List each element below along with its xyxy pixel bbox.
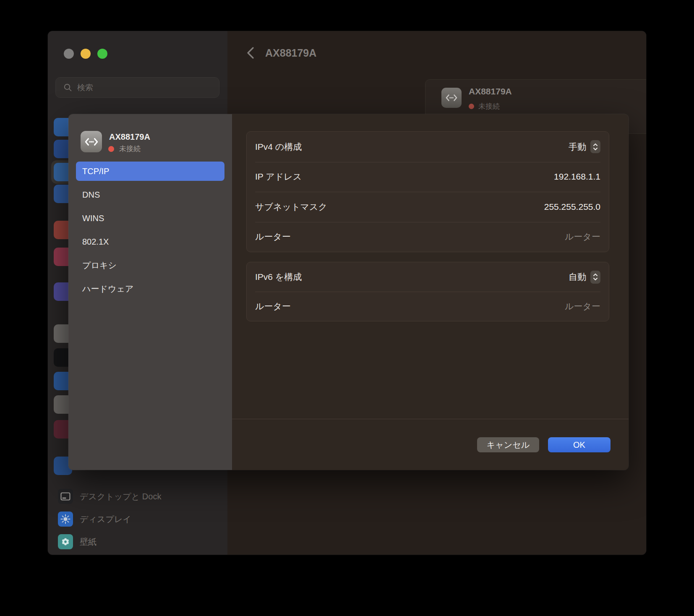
ipv4-configure-stepper[interactable] [590, 140, 600, 153]
ipv6-configure-row: IPv6 を構成 自動 [247, 262, 609, 292]
field-label: サブネットマスク [255, 201, 327, 213]
field-label: IPv4 の構成 [255, 141, 302, 153]
status-text: 未接続 [119, 144, 141, 154]
search-input[interactable]: 検索 [55, 77, 219, 98]
device-name: AX88179A [109, 132, 150, 142]
ip-address-row[interactable]: IP アドレス 192.168.1.1 [247, 162, 609, 192]
sheet-sidebar: AX88179A 未接続 TCP/IP DNS WINS 802.1X プロキシ… [68, 114, 232, 470]
subnet-mask-field[interactable]: 255.255.255.0 [544, 202, 600, 212]
tab-dns[interactable]: DNS [76, 185, 224, 204]
sidebar-item-wallpaper[interactable]: 壁紙 [58, 534, 97, 549]
ipv4-router-row[interactable]: ルーター ルーター [247, 222, 609, 252]
display-brightness-icon [58, 512, 73, 527]
sidebar-item-desktop-dock[interactable]: デスクトップと Dock [58, 489, 161, 504]
status-text: 未接続 [478, 102, 500, 111]
subnet-mask-row[interactable]: サブネットマスク 255.255.255.0 [247, 192, 609, 222]
search-placeholder: 検索 [77, 82, 93, 93]
field-label: ルーター [255, 300, 291, 312]
tab-wins[interactable]: WINS [76, 209, 224, 228]
window-zoom-button[interactable] [97, 49, 107, 59]
field-label: IPv6 を構成 [255, 271, 302, 283]
page-title: AX88179A [265, 47, 316, 59]
ethernet-adapter-icon [441, 88, 462, 108]
tab-proxy[interactable]: プロキシ [76, 256, 224, 275]
tab-hardware[interactable]: ハードウェア [76, 279, 224, 298]
ok-button[interactable]: OK [548, 437, 611, 452]
ipv4-configure-row: IPv4 の構成 手動 [247, 132, 609, 162]
status-dot [469, 104, 474, 109]
ipv6-router-row[interactable]: ルーター ルーター [247, 292, 609, 321]
screen: 検索 デスクトップと Dock ディスプレイ 壁紙 [0, 0, 694, 616]
sidebar-item-label: 壁紙 [80, 536, 97, 548]
sidebar-item-label: デスクトップと Dock [80, 491, 161, 502]
footer-divider [232, 419, 629, 419]
ipv4-router-field[interactable]: ルーター [565, 231, 600, 243]
window-minimize-button[interactable] [81, 49, 91, 59]
tcpip-settings-sheet: AX88179A 未接続 TCP/IP DNS WINS 802.1X プロキシ… [68, 114, 629, 470]
ipv4-settings-group: IPv4 の構成 手動 IP アドレス 192.168.1.1 サブネットマスク… [246, 131, 609, 252]
desktop-dock-icon [58, 489, 73, 504]
ip-address-field[interactable]: 192.168.1.1 [554, 172, 600, 182]
field-label: IP アドレス [255, 171, 302, 183]
window-close-button[interactable] [64, 49, 74, 59]
tab-tcpip[interactable]: TCP/IP [76, 162, 224, 181]
ethernet-adapter-icon [81, 131, 102, 152]
ipv4-configure-value: 手動 [569, 141, 586, 153]
cancel-button[interactable]: キャンセル [477, 437, 539, 452]
sidebar-item-label: ディスプレイ [80, 514, 131, 525]
sidebar-item-displays[interactable]: ディスプレイ [58, 512, 131, 527]
ipv6-configure-value: 自動 [569, 271, 586, 283]
back-chevron-icon[interactable] [247, 47, 254, 59]
wallpaper-icon [58, 534, 73, 549]
tab-8021x[interactable]: 802.1X [76, 232, 224, 251]
field-label: ルーター [255, 231, 291, 243]
search-icon [63, 83, 72, 92]
status-dot [108, 146, 114, 152]
ipv6-configure-stepper[interactable] [590, 271, 600, 284]
sheet-menu: TCP/IP DNS WINS 802.1X プロキシ ハードウェア [76, 162, 224, 303]
ipv6-settings-group: IPv6 を構成 自動 ルーター ルーター [246, 262, 609, 321]
device-name: AX88179A [469, 86, 512, 97]
ipv6-router-field[interactable]: ルーター [565, 300, 600, 312]
